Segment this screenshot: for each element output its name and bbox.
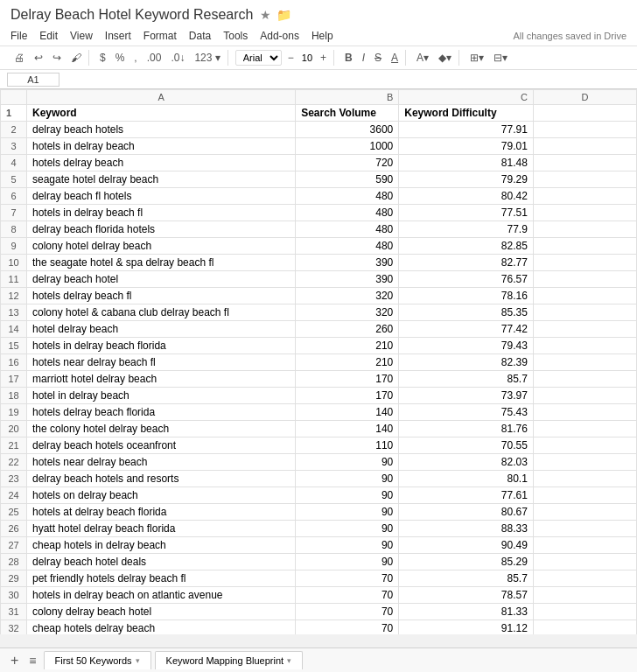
cell-keyword-11[interactable]: delray beach hotel — [27, 271, 296, 288]
cell-difficulty-4[interactable]: 81.48 — [399, 155, 534, 172]
cell-difficulty-8[interactable]: 77.9 — [399, 221, 534, 238]
folder-icon[interactable]: 📁 — [276, 8, 291, 22]
cell-volume-25[interactable]: 90 — [296, 504, 399, 521]
cell-keyword-26[interactable]: hyatt hotel delray beach florida — [27, 521, 296, 537]
cell-keyword-18[interactable]: hotel in delray beach — [27, 388, 296, 404]
menu-file[interactable]: File — [10, 28, 27, 44]
menu-format[interactable]: Format — [144, 28, 177, 44]
cell-volume-31[interactable]: 70 — [296, 604, 399, 620]
cell-keyword-10[interactable]: the seagate hotel & spa delray beach fl — [27, 255, 296, 271]
cell-d-31[interactable] — [533, 604, 636, 620]
menu-insert[interactable]: Insert — [105, 28, 131, 44]
cell-keyword-24[interactable]: hotels on delray beach — [27, 487, 296, 504]
font-select[interactable]: Arial — [235, 50, 282, 66]
cell-volume-11[interactable]: 390 — [296, 271, 399, 288]
currency-button[interactable]: $ — [96, 50, 109, 66]
cell-d-7[interactable] — [533, 205, 636, 221]
cell-difficulty-12[interactable]: 78.16 — [399, 288, 534, 304]
tab-first-50-keywords[interactable]: First 50 Keywords ▾ — [44, 651, 151, 669]
cell-keyword-13[interactable]: colony hotel & cabana club delray beach … — [27, 304, 296, 321]
cell-volume-2[interactable]: 3600 — [296, 122, 399, 138]
comma-button[interactable]: , — [130, 50, 140, 66]
header-keyword[interactable]: Keyword — [27, 105, 296, 122]
cell-difficulty-26[interactable]: 88.33 — [399, 521, 534, 537]
cell-keyword-19[interactable]: hotels delray beach florida — [27, 404, 296, 421]
cell-d-28[interactable] — [533, 554, 636, 570]
cell-keyword-31[interactable]: colony delray beach hotel — [27, 604, 296, 620]
cell-difficulty-2[interactable]: 77.91 — [399, 122, 534, 138]
cell-difficulty-5[interactable]: 79.29 — [399, 172, 534, 188]
col-a-header[interactable]: A — [27, 90, 296, 105]
cell-difficulty-22[interactable]: 82.03 — [399, 454, 534, 471]
cell-d-19[interactable] — [533, 404, 636, 421]
cell-difficulty-24[interactable]: 77.61 — [399, 487, 534, 504]
cell-volume-5[interactable]: 590 — [296, 172, 399, 188]
cell-difficulty-30[interactable]: 78.57 — [399, 587, 534, 604]
menu-tools[interactable]: Tools — [223, 28, 248, 44]
cell-d-17[interactable] — [533, 371, 636, 388]
cell-volume-20[interactable]: 140 — [296, 421, 399, 438]
cell-keyword-29[interactable]: pet friendly hotels delray beach fl — [27, 570, 296, 587]
cell-d-5[interactable] — [533, 172, 636, 188]
cell-volume-3[interactable]: 1000 — [296, 138, 399, 155]
cell-d-18[interactable] — [533, 388, 636, 404]
percent-button[interactable]: % — [112, 50, 129, 66]
cell-keyword-15[interactable]: hotels in delray beach florida — [27, 338, 296, 354]
redo-button[interactable]: ↪ — [49, 50, 65, 66]
cell-d-11[interactable] — [533, 271, 636, 288]
cell-difficulty-6[interactable]: 80.42 — [399, 188, 534, 205]
cell-volume-18[interactable]: 170 — [296, 388, 399, 404]
cell-volume-12[interactable]: 320 — [296, 288, 399, 304]
cell-volume-7[interactable]: 480 — [296, 205, 399, 221]
cell-d-10[interactable] — [533, 255, 636, 271]
menu-view[interactable]: View — [70, 28, 93, 44]
cell-volume-17[interactable]: 170 — [296, 371, 399, 388]
cell-d-22[interactable] — [533, 454, 636, 471]
cell-difficulty-29[interactable]: 85.7 — [399, 570, 534, 587]
cell-keyword-16[interactable]: hotels near delray beach fl — [27, 354, 296, 371]
cell-d-8[interactable] — [533, 221, 636, 238]
cell-keyword-4[interactable]: hotels delray beach — [27, 155, 296, 172]
print-button[interactable]: 🖨 — [10, 50, 28, 66]
menu-help[interactable]: Help — [312, 28, 333, 44]
cell-d-25[interactable] — [533, 504, 636, 521]
cell-volume-32[interactable]: 70 — [296, 620, 399, 635]
col-d-header[interactable]: D — [533, 90, 636, 105]
cell-d-4[interactable] — [533, 155, 636, 172]
tab-keyword-mapping-blueprint[interactable]: Keyword Mapping Blueprint ▾ — [155, 651, 304, 669]
cell-keyword-21[interactable]: delray beach hotels oceanfront — [27, 438, 296, 454]
underline-button[interactable]: A — [388, 50, 402, 66]
cell-d-14[interactable] — [533, 321, 636, 338]
cell-difficulty-16[interactable]: 82.39 — [399, 354, 534, 371]
cell-difficulty-32[interactable]: 91.12 — [399, 620, 534, 635]
cell-d-15[interactable] — [533, 338, 636, 354]
undo-button[interactable]: ↩ — [31, 50, 46, 66]
cell-difficulty-28[interactable]: 85.29 — [399, 554, 534, 570]
cell-difficulty-20[interactable]: 81.76 — [399, 421, 534, 438]
cell-keyword-28[interactable]: delray beach hotel deals — [27, 554, 296, 570]
cell-keyword-8[interactable]: delray beach florida hotels — [27, 221, 296, 238]
paint-format-button[interactable]: 🖌 — [67, 50, 85, 66]
cell-keyword-17[interactable]: marriott hotel delray beach — [27, 371, 296, 388]
cell-difficulty-25[interactable]: 80.67 — [399, 504, 534, 521]
cell-d-9[interactable] — [533, 238, 636, 255]
cell-volume-30[interactable]: 70 — [296, 587, 399, 604]
cell-difficulty-14[interactable]: 77.42 — [399, 321, 534, 338]
cell-d-29[interactable] — [533, 570, 636, 587]
add-tab-button[interactable]: + — [7, 651, 22, 670]
cell-difficulty-17[interactable]: 85.7 — [399, 371, 534, 388]
font-size-increase[interactable]: + — [317, 50, 330, 66]
cell-volume-28[interactable]: 90 — [296, 554, 399, 570]
header-d[interactable] — [533, 105, 636, 122]
cell-keyword-22[interactable]: hotels near delray beach — [27, 454, 296, 471]
decimal-less-button[interactable]: .0↓ — [167, 50, 188, 66]
cell-difficulty-21[interactable]: 70.55 — [399, 438, 534, 454]
cell-keyword-12[interactable]: hotels delray beach fl — [27, 288, 296, 304]
cell-keyword-23[interactable]: delray beach hotels and resorts — [27, 471, 296, 487]
cell-volume-15[interactable]: 210 — [296, 338, 399, 354]
cell-d-13[interactable] — [533, 304, 636, 321]
fill-color-button[interactable]: ◆▾ — [435, 50, 455, 66]
cell-volume-29[interactable]: 70 — [296, 570, 399, 587]
cell-volume-26[interactable]: 90 — [296, 521, 399, 537]
cell-d-32[interactable] — [533, 620, 636, 635]
